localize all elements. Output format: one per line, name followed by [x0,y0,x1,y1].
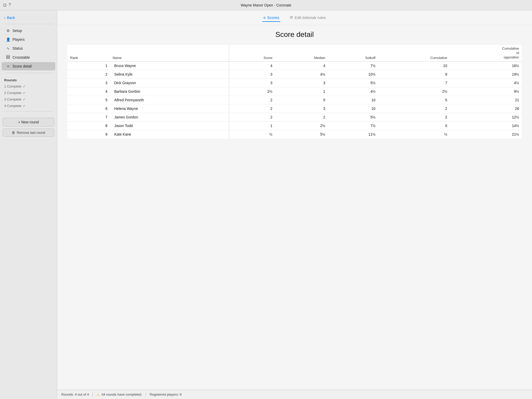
table-cell-value: 9½ [450,87,522,96]
table-row: 9Kate Kane½5½11½½21½ [68,130,522,138]
table-cell-col-rank: 4 [68,87,110,96]
table-cell-value: 21 [450,96,522,104]
round-item-2[interactable]: 2 Complete ✓ [0,90,57,96]
round-item-4[interactable]: 4 Complete ✓ [0,103,57,109]
col-header-cumulative-opposition: Cumulative of opposition [450,45,522,61]
statusbar-warning: ⚠ All rounds have completed. [96,393,142,397]
sidebar-divider-rounds [4,73,53,73]
table-cell-value: 4½ [328,87,378,96]
table-cell-value: 10 [328,96,378,104]
sidebar-toggle-icon[interactable]: ⊡ [3,3,6,8]
score-table-body: 1Bruce Wayne447½1016½2Selina Kyle34½10½9… [68,61,522,138]
new-round-label: + New round [18,120,39,124]
table-cell-value: 16½ [450,61,522,70]
activity-icon: ∿ [6,46,10,50]
table-cell-value: 9 [378,70,450,78]
scores-tab-icon: ≡ [263,15,266,20]
col-header-median: Median [275,45,328,61]
tab-scores[interactable]: ≡ Scores [262,14,280,22]
table-cell-col-name: Kate Kane [110,130,229,138]
back-chevron-icon: ‹ [4,16,5,20]
round-4-label: 4 Complete [4,104,21,108]
sidebar: ‹ Back ⚙ Setup 👤 Players ∿ Status Crosst [0,10,57,399]
table-cell-col-rank: 2 [68,70,110,78]
table-cell-value: 3 [229,70,275,78]
table-cell-value: 12½ [450,113,522,121]
col-header-score: Score [229,45,275,61]
table-cell-col-rank: 6 [68,104,110,113]
table-cell-col-name: James Gordon [110,113,229,121]
table-cell-value: 2 [378,113,450,121]
page-title: Score detail [68,30,522,39]
round-item-3[interactable]: 3 Complete ✓ [0,96,57,103]
sidebar-item-players[interactable]: 👤 Players [2,35,55,44]
table-cell-value: ½ [229,130,275,138]
svg-rect-2 [6,58,10,58]
table-cell-value: 2½ [275,121,328,130]
table-cell-value: 3 [275,78,328,87]
round-item-1[interactable]: 1 Complete ✓ [0,83,57,90]
warning-triangle-icon: ⚠ [96,393,100,397]
table-cell-value: 1 [229,121,275,130]
tab-tiebreak[interactable]: ⚙ Edit tiebreak rules [289,14,327,22]
table-cell-col-rank: 3 [68,78,110,87]
back-button[interactable]: ‹ Back [0,14,57,22]
sidebar-item-crosstable[interactable]: Crosstable [2,53,55,62]
sidebar-divider-top [4,24,53,24]
sidebar-item-players-label: Players [12,37,25,42]
table-cell-col-rank: 5 [68,96,110,104]
round-1-label: 1 Complete [4,84,21,88]
remove-last-round-button[interactable]: 🗑 Remove last round [3,129,54,137]
main-content: ≡ Scores ⚙ Edit tiebreak rules Score det… [57,10,532,399]
table-cell-value: 2½ [378,87,450,96]
new-round-button[interactable]: + New round [3,118,54,127]
app-body: ‹ Back ⚙ Setup 👤 Players ∿ Status Crosst [0,10,532,399]
person-icon: 👤 [6,37,10,42]
table-row: 4Barbara Gordon2½14½2½9½ [68,87,522,96]
sidebar-item-setup[interactable]: ⚙ Setup [2,26,55,35]
round-1-check-icon: ✓ [23,85,25,88]
layers-icon [6,55,10,59]
table-row: 7James Gordon225½212½ [68,113,522,121]
table-row: 5Alfred Pennyworth2510521 [68,96,522,104]
titlebar-controls: ⊡ ? [3,3,11,8]
rounds-section-label: Rounds [0,75,57,83]
col-header-rank: Rank [68,45,110,61]
table-cell-value: 0 [378,121,450,130]
table-cell-col-rank: 9 [68,130,110,138]
col-header-name: Name [110,45,229,61]
table-cell-value: 4 [229,61,275,70]
statusbar-warning-text: All rounds have completed. [101,393,142,396]
back-label: Back [7,16,15,20]
table-cell-value: 2 [378,104,450,113]
sidebar-item-status[interactable]: ∿ Status [2,44,55,52]
table-cell-value: 2 [229,96,275,104]
table-cell-value: 3 [229,78,275,87]
table-cell-col-name: Dick Grayson [110,78,229,87]
table-cell-value: 7 [378,78,450,87]
svg-rect-0 [6,55,10,56]
gear-icon: ⚙ [6,29,10,33]
tiebreak-tab-label: Edit tiebreak rules [295,15,326,20]
statusbar: Rounds: 4 out of 4 ⚠ All rounds have com… [57,390,532,399]
round-3-label: 3 Complete [4,97,21,101]
table-cell-value: 5½ [328,78,378,87]
table-cell-value: 2½ [229,87,275,96]
table-cell-col-name: Barbara Gordon [110,87,229,96]
table-cell-col-name: Selina Kyle [110,70,229,78]
table-cell-value: 5 [275,96,328,104]
tiebreak-tab-icon: ⚙ [290,15,293,20]
table-cell-value: 5½ [275,130,328,138]
help-icon[interactable]: ? [9,3,11,8]
list-icon: ≡ [6,64,10,68]
sidebar-item-score-detail[interactable]: ≡ Score detail [2,62,55,70]
table-cell-value: 10 [378,61,450,70]
sidebar-actions: + New round 🗑 Remove last round [0,118,57,137]
table-cell-value: 2 [229,104,275,113]
table-cell-value: 10½ [328,70,378,78]
table-row: 6Helena Wayne2310226 [68,104,522,113]
table-cell-value: 4½ [275,70,328,78]
table-cell-value: 21½ [450,130,522,138]
col-header-solkoff: Solkoff [328,45,378,61]
remove-round-label: Remove last round [17,131,45,135]
